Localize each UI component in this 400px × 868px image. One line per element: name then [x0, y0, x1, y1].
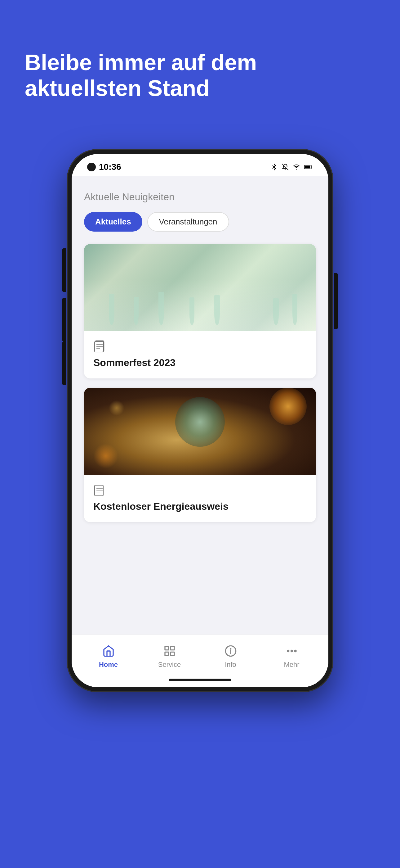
document-icon-energieausweis [93, 483, 107, 497]
card-image-sommerfest [84, 244, 316, 331]
nav-item-mehr[interactable]: Mehr [273, 644, 310, 669]
nav-label-info: Info [225, 661, 236, 669]
svg-rect-8 [95, 341, 103, 352]
status-icons [271, 164, 313, 170]
hero-headline: Bleibe immer auf dem aktuellsten Stand [25, 50, 375, 101]
bottom-nav: Home Service [72, 634, 328, 675]
svg-rect-18 [165, 652, 169, 656]
svg-point-23 [287, 650, 289, 652]
svg-rect-12 [95, 485, 103, 496]
svg-point-1 [296, 169, 297, 169]
home-icon [101, 644, 116, 658]
card-title-energieausweis: Kostenloser Energieausweis [93, 501, 307, 512]
svg-line-0 [282, 164, 288, 170]
card-image-energieausweis [84, 388, 316, 475]
battery-icon [304, 164, 313, 169]
bluetooth-icon [271, 164, 277, 170]
filter-tabs: Aktuelles Veranstaltungen [84, 212, 316, 231]
home-bar [72, 675, 328, 687]
svg-rect-19 [171, 652, 174, 656]
nav-label-service: Service [158, 661, 181, 669]
svg-point-25 [295, 650, 296, 652]
card-title-sommerfest: Sommerfest 2023 [93, 357, 307, 369]
camera-dot [87, 163, 96, 172]
nav-label-home: Home [99, 661, 118, 669]
card-body-sommerfest: Sommerfest 2023 [84, 331, 316, 378]
tab-veranstaltungen[interactable]: Veranstaltungen [147, 212, 229, 231]
nav-item-info[interactable]: Info [212, 644, 249, 669]
card-energieausweis[interactable]: Kostenloser Energieausweis [84, 388, 316, 522]
nav-item-service[interactable]: Service [151, 644, 188, 669]
mehr-icon [285, 644, 299, 658]
screen-content: Aktuelle Neuigkeiten Aktuelles Veranstal… [72, 176, 328, 687]
svg-rect-17 [171, 646, 174, 650]
card-body-energieausweis: Kostenloser Energieausweis [84, 475, 316, 522]
status-time-display: 10:36 [87, 162, 121, 172]
nav-item-home[interactable]: Home [90, 644, 127, 669]
phone-mockup: 10:36 [67, 149, 333, 692]
status-bar: 10:36 [72, 154, 328, 176]
nav-label-mehr: Mehr [284, 661, 299, 669]
info-icon [224, 644, 238, 658]
svg-point-24 [291, 650, 292, 652]
svg-rect-3 [305, 166, 310, 168]
service-icon [163, 644, 177, 658]
card-sommerfest[interactable]: Sommerfest 2023 [84, 244, 316, 378]
home-indicator [169, 679, 231, 681]
bell-off-icon [282, 164, 289, 170]
tab-aktuelles[interactable]: Aktuelles [84, 212, 142, 231]
document-icon-sommerfest [93, 340, 107, 353]
svg-rect-16 [165, 646, 169, 650]
wifi-icon [293, 164, 300, 170]
section-title: Aktuelle Neuigkeiten [84, 191, 316, 203]
